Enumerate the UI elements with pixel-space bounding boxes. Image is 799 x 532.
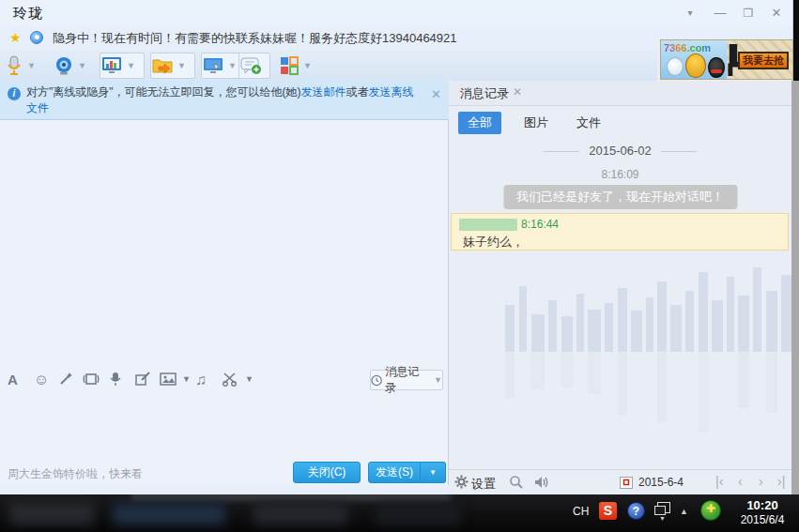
notice-text-middle: 或者 bbox=[346, 85, 369, 99]
chevron-down-icon[interactable]: ▼ bbox=[228, 61, 237, 70]
info-icon: i bbox=[8, 87, 21, 100]
nav-last-icon[interactable]: ›| bbox=[777, 474, 785, 489]
video-call-button[interactable]: ▼ bbox=[53, 53, 96, 79]
sogou-input-icon[interactable]: S bbox=[599, 502, 617, 520]
microphone-icon bbox=[5, 55, 23, 76]
send-options-caret[interactable]: ▾ bbox=[420, 462, 446, 483]
sender-name-redacted bbox=[459, 219, 517, 231]
filter-all[interactable]: 全部 bbox=[458, 112, 501, 134]
image-icon[interactable] bbox=[160, 372, 177, 387]
apps-grid-icon bbox=[279, 55, 300, 76]
clock-date[interactable]: 2015/6/4 bbox=[732, 513, 792, 526]
chevron-down-icon[interactable]: ▼ bbox=[182, 374, 191, 384]
qzone-icon[interactable] bbox=[30, 31, 43, 44]
voice-call-button[interactable]: ▼ bbox=[4, 53, 47, 79]
edit-icon[interactable] bbox=[135, 372, 151, 387]
titlebar: 玲珑 ▾ — ❐ ✕ bbox=[0, 0, 792, 26]
taskbar-item-blur bbox=[376, 504, 460, 524]
message-text: 妹子约么， bbox=[463, 234, 524, 251]
settings-label[interactable]: 设置 bbox=[471, 476, 496, 493]
history-button-label: 消息记录 bbox=[385, 364, 427, 396]
close-chat-button[interactable]: 关闭(C) bbox=[293, 462, 361, 483]
chevron-down-icon[interactable]: ▼ bbox=[659, 515, 666, 522]
window-shake-icon[interactable] bbox=[83, 372, 100, 387]
window-menu-icon[interactable]: ▾ bbox=[678, 4, 702, 23]
font-icon[interactable]: A bbox=[8, 372, 18, 388]
calendar-icon[interactable] bbox=[620, 477, 633, 489]
message-item-highlighted[interactable]: 8:16:44 妹子约么， bbox=[451, 213, 789, 251]
chevron-down-icon[interactable]: ▼ bbox=[127, 61, 135, 70]
footer-ad-text[interactable]: 周大生金饰特价啦，快来看 bbox=[8, 466, 143, 482]
remote-desktop-icon bbox=[202, 55, 224, 76]
tray-expand-icon[interactable]: ▲ bbox=[680, 507, 688, 516]
message-timestamp: 8:16:44 bbox=[521, 218, 559, 231]
mascot-icon bbox=[667, 57, 684, 76]
background-window-blur bbox=[131, 494, 451, 501]
tab-close-icon[interactable]: ✕ bbox=[513, 85, 522, 99]
music-icon[interactable]: ♫ bbox=[195, 372, 207, 388]
taskbar: CH S ? ▼ ▲ 10:20 2015/6/4 bbox=[0, 494, 799, 532]
chevron-down-icon: ▼ bbox=[434, 375, 442, 385]
new-message-icon bbox=[239, 55, 262, 76]
scissors-icon[interactable] bbox=[222, 372, 238, 387]
history-date[interactable]: 2015-6-4 bbox=[638, 476, 684, 489]
chevron-down-icon[interactable]: ▼ bbox=[78, 61, 86, 70]
date-divider: 2015-06-02 bbox=[449, 144, 791, 158]
emoticon-icon[interactable]: ☺ bbox=[34, 372, 49, 388]
antivirus-shield-icon[interactable] bbox=[700, 500, 721, 521]
voice-message-icon[interactable] bbox=[109, 372, 122, 388]
desktop-edge bbox=[791, 81, 799, 494]
message-history-button[interactable]: 消息记录 ▼ bbox=[370, 370, 443, 390]
minimize-icon[interactable]: — bbox=[708, 4, 732, 23]
language-indicator[interactable]: CH bbox=[573, 505, 589, 518]
screen-demo-button[interactable]: ▼ bbox=[100, 53, 145, 79]
filter-images[interactable]: 图片 bbox=[515, 112, 558, 134]
chat-window: 玲珑 ▾ — ❐ ✕ ★ 隐身中！现在有时间！有需要的快联系妹妹喔！服务好态度好… bbox=[0, 0, 793, 494]
notice-close-icon[interactable]: ✕ bbox=[431, 86, 441, 102]
qq-penguin-icon bbox=[708, 57, 725, 78]
filter-files[interactable]: 文件 bbox=[567, 112, 610, 134]
taskbar-item-blur bbox=[9, 502, 94, 524]
signature-text: 隐身中！现在有时间！有需要的快联系妹妹喔！服务好态度好13940464921 bbox=[53, 30, 457, 47]
date-divider-label: 2015-06-02 bbox=[589, 144, 652, 158]
apps-button[interactable]: ▼ bbox=[278, 53, 321, 79]
message-timestamp: 8:16:09 bbox=[449, 168, 791, 181]
help-tray-icon[interactable]: ? bbox=[627, 502, 645, 520]
nav-prev-icon[interactable]: ‹ bbox=[738, 474, 743, 489]
nav-next-icon[interactable]: › bbox=[759, 474, 763, 489]
chevron-down-icon[interactable]: ▼ bbox=[177, 61, 186, 70]
gear-icon[interactable] bbox=[454, 475, 469, 489]
window-title: 玲珑 bbox=[13, 5, 43, 23]
chevron-down-icon[interactable]: ▼ bbox=[245, 374, 254, 384]
nav-first-icon[interactable]: |‹ bbox=[715, 474, 723, 489]
screen: 玲珑 ▾ — ❐ ✕ ★ 隐身中！现在有时间！有需要的快联系妹妹喔！服务好态度好… bbox=[0, 0, 799, 532]
ad-banner[interactable]: 7366.com 我要去抢 bbox=[660, 39, 793, 80]
tab-message-history[interactable]: 消息记录 bbox=[460, 85, 509, 102]
taskbar-item-blur bbox=[254, 503, 347, 524]
speaker-icon[interactable] bbox=[533, 475, 550, 490]
send-email-link[interactable]: 发送邮件 bbox=[301, 85, 346, 99]
close-icon[interactable]: ✕ bbox=[764, 4, 789, 23]
send-file-button[interactable]: ▼ bbox=[150, 53, 195, 79]
top-toolbar: ▼ ▼ ▼ bbox=[0, 51, 657, 81]
status-row: ★ 隐身中！现在有时间！有需要的快联系妹妹喔！服务好态度好13940464921 bbox=[0, 26, 657, 51]
clock-icon bbox=[371, 374, 382, 387]
city-skyline-watermark bbox=[449, 249, 791, 455]
banner-cta-button[interactable]: 我要去抢 bbox=[738, 52, 789, 69]
windows-stack-icon[interactable] bbox=[657, 502, 670, 513]
divider-line bbox=[661, 151, 697, 152]
chevron-down-icon[interactable]: ▼ bbox=[303, 61, 312, 70]
divider-line bbox=[544, 151, 579, 152]
maximize-icon[interactable]: ❐ bbox=[736, 4, 761, 23]
history-filters: 全部 图片 文件 bbox=[449, 106, 791, 136]
create-chat-button[interactable] bbox=[238, 53, 270, 79]
favorite-star-icon[interactable]: ★ bbox=[9, 30, 22, 45]
magic-wand-icon[interactable] bbox=[58, 372, 73, 387]
webcam-icon bbox=[54, 55, 74, 76]
send-button[interactable]: 发送(S) bbox=[368, 462, 421, 483]
search-icon[interactable] bbox=[509, 475, 524, 490]
clock-time[interactable]: 10:20 bbox=[732, 498, 792, 512]
offline-notice-bar: i 对方"离线或隐身"，可能无法立即回复，您可以给他(她)发送邮件或者发送离线文… bbox=[0, 81, 449, 120]
screen-demo-icon bbox=[100, 55, 123, 76]
chevron-down-icon[interactable]: ▼ bbox=[27, 61, 36, 70]
